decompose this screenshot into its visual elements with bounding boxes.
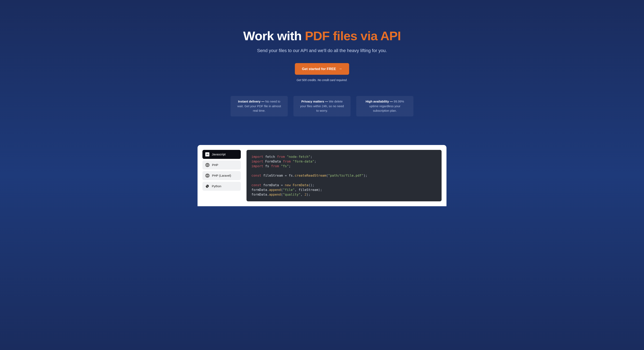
- hero-title-accent: PDF files via API: [305, 29, 401, 43]
- feature-privacy: Privacy matters — We delete your files w…: [294, 96, 350, 116]
- tab-php[interactable]: php PHP: [202, 161, 241, 169]
- get-started-button[interactable]: Get started for FREE →: [295, 63, 349, 75]
- feature-title: Privacy matters —: [302, 100, 329, 103]
- feature-title: Instant delivery —: [238, 100, 265, 103]
- feature-instant-delivery: Instant delivery — No need to wait. Get …: [230, 96, 288, 116]
- language-tabs: JS Javascript php PHP php PHP (Laravel) …: [202, 150, 241, 202]
- hero-section: Work with PDF files via API Send your fi…: [200, 0, 444, 129]
- tab-label: PHP: [212, 163, 218, 167]
- code-block: import fetch from "node-fetch"; import F…: [246, 150, 442, 202]
- tab-php-laravel[interactable]: php PHP (Laravel): [202, 171, 241, 180]
- php-icon: php: [205, 163, 210, 167]
- tab-label: Python: [212, 184, 222, 188]
- code-section: JS Javascript php PHP php PHP (Laravel) …: [194, 145, 450, 206]
- php-icon: php: [205, 174, 210, 178]
- hero-title: Work with PDF files via API: [204, 29, 440, 43]
- feature-availability: High availability — 99.99% uptime regard…: [356, 96, 414, 116]
- code-panel: JS Javascript php PHP php PHP (Laravel) …: [198, 145, 446, 206]
- hero-subtitle: Send your files to our API and we'll do …: [204, 48, 440, 53]
- python-icon: [205, 184, 209, 188]
- features-row: Instant delivery — No need to wait. Get …: [204, 96, 440, 116]
- arrow-right-icon: →: [338, 67, 342, 71]
- tab-javascript[interactable]: JS Javascript: [202, 150, 241, 159]
- cta-note: Get 500 credits. No credit card required…: [204, 78, 440, 82]
- feature-title: High availability —: [366, 100, 394, 103]
- tab-label: PHP (Laravel): [212, 174, 231, 177]
- tab-python[interactable]: Python: [202, 182, 241, 191]
- cta-label: Get started for FREE: [302, 67, 336, 71]
- javascript-icon: JS: [205, 152, 209, 156]
- tab-label: Javascript: [212, 153, 226, 156]
- hero-title-prefix: Work with: [243, 29, 305, 43]
